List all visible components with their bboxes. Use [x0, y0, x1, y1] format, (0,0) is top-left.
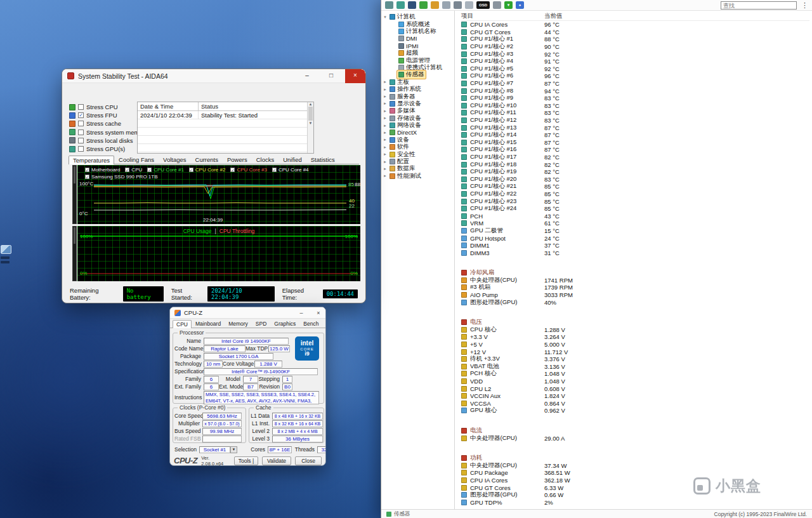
sensor-row[interactable]: CPU L20.608 V	[461, 385, 812, 392]
cpuz-tab-about[interactable]: About	[322, 319, 326, 328]
stability-test-titlebar[interactable]: System Stability Test - AIDA64 – □ ×	[62, 69, 365, 83]
sensor-row[interactable]: PCH43 °C	[461, 212, 812, 220]
close-button[interactable]: ×	[345, 69, 365, 83]
sensor-row[interactable]: 待机 +3.3V3.376 V	[461, 355, 812, 363]
log-row[interactable]: 2024/1/10 22:04:39 Stability Test: Start…	[138, 111, 307, 119]
sensor-row[interactable]: CPU #1/核心 #894 °C	[461, 87, 812, 95]
dropdown-arrow-icon[interactable]: ▼	[230, 446, 237, 453]
sensor-row[interactable]: 中央处理器(CPU)1741 RPM	[461, 277, 812, 284]
computer-monitor-icon[interactable]	[408, 1, 416, 9]
sensor-row[interactable]: CPU #1/核心 #1587 °C	[461, 139, 812, 147]
sensor-row[interactable]: VDD1.048 V	[461, 378, 812, 385]
tab-cooling-fans[interactable]: Cooling Fans	[114, 155, 159, 164]
cpuz-close-button[interactable]: ×	[311, 310, 325, 316]
sensor-row[interactable]: GPU 核心0.962 V	[461, 407, 812, 415]
legend-checkbox[interactable]: ✓	[125, 168, 129, 172]
checkbox[interactable]: ✓	[78, 112, 84, 118]
sensor-row[interactable]: +3.3 V3.264 V	[461, 333, 812, 341]
sensor-row[interactable]: CPU #1/核心 #592 °C	[461, 65, 812, 73]
sensor-row[interactable]: VRM61 °C	[461, 220, 812, 227]
tree-expand-arrow[interactable]: ▸	[383, 173, 388, 178]
search-input[interactable]	[721, 1, 797, 10]
sensor-row[interactable]: CPU #1/核心 #696 °C	[461, 72, 812, 80]
checkbox[interactable]	[78, 146, 84, 152]
desktop-shortcut-icon[interactable]	[1, 245, 13, 274]
sensor-row[interactable]: GPU Hotspot24 °C	[461, 234, 812, 242]
sensor-row[interactable]: CPU IA Cores96 °C	[461, 21, 812, 29]
update-download-icon[interactable]: ▼	[504, 1, 513, 9]
summary-panel-icon[interactable]	[442, 1, 450, 9]
sensor-row[interactable]: CPU #1/核心 #491 °C	[461, 58, 812, 65]
checkbox[interactable]	[78, 121, 84, 126]
sensor-row[interactable]: CPU #1/核心 #392 °C	[461, 50, 812, 58]
sensor-row[interactable]: CPU 核心1.288 V	[461, 326, 812, 334]
sensor-row[interactable]: 图形处理器(GPU)40%	[461, 298, 812, 306]
cpuz-close-footer-button[interactable]: Close	[295, 456, 322, 465]
cpuz-tab-memory[interactable]: Memory	[225, 319, 252, 328]
tab-currents[interactable]: Currents	[191, 155, 223, 164]
legend-checkbox[interactable]: ✓	[85, 175, 89, 179]
cpuz-tab-mainboard[interactable]: Mainboard	[192, 319, 225, 328]
stress-item[interactable]: Stress GPU(s)	[69, 145, 135, 153]
tree-expand-arrow[interactable]: ▸	[383, 109, 388, 114]
sensor-row[interactable]: CPU #1/核心 #1882 °C	[461, 161, 812, 168]
stress-item[interactable]: Stress local disks	[69, 136, 135, 145]
sensor-row[interactable]: GPU 二极管15 °C	[461, 227, 812, 235]
minimize-button[interactable]: –	[297, 69, 317, 83]
tree-expand-arrow[interactable]: ▸	[383, 166, 388, 171]
tree-expand-arrow[interactable]: ▸	[383, 94, 388, 99]
sensor-row[interactable]: #3 机箱1739 RPM	[461, 284, 812, 291]
sensor-row[interactable]: VCCIN Aux1.824 V	[461, 392, 812, 400]
sensor-row[interactable]: CPU #1/核心 #188 °C	[461, 36, 812, 43]
sensor-row[interactable]: +12 V11.712 V	[461, 348, 812, 355]
tree-expand-arrow[interactable]: ▸	[383, 123, 388, 128]
user-profile-icon[interactable]	[465, 1, 473, 9]
sensor-row[interactable]: DIMM137 °C	[461, 242, 812, 249]
maximize-button[interactable]: □	[321, 69, 341, 83]
tab-unified[interactable]: Unified	[278, 155, 306, 164]
tree-expand-arrow[interactable]: ▸	[383, 152, 388, 157]
tree-expand-arrow[interactable]: ▸	[383, 137, 388, 142]
sensor-row[interactable]: DIMM331 °C	[461, 249, 812, 256]
checkbox[interactable]	[78, 138, 84, 143]
checkbox[interactable]	[78, 130, 84, 135]
cpuz-tab-spd[interactable]: SPD	[252, 319, 270, 328]
tree-expand-arrow[interactable]: ▸	[383, 145, 388, 150]
tab-powers[interactable]: Powers	[223, 155, 252, 164]
tree-expand-arrow[interactable]: ▸	[383, 116, 388, 121]
legend-checkbox[interactable]: ✓	[230, 168, 235, 172]
sensor-row[interactable]: CPU #1/核心 #1782 °C	[461, 154, 812, 161]
log-col-datetime[interactable]: Date & Time	[138, 103, 198, 110]
sensor-row[interactable]: +5 V5.000 V	[461, 341, 812, 349]
sensor-row[interactable]: CPU #1/核心 #1687 °C	[461, 146, 812, 154]
sensor-row[interactable]: 中央处理器(CPU)29.00 A	[461, 434, 812, 442]
keyboard-lcd-icon[interactable]	[493, 1, 501, 9]
sensor-row[interactable]: 中央处理器(CPU)37.34 W	[461, 462, 812, 469]
report-icon[interactable]	[396, 1, 405, 9]
tree-expand-arrow[interactable]: ▸	[383, 101, 388, 106]
sensor-row[interactable]: CPU #1/核心 #290 °C	[461, 43, 812, 51]
socket-selector[interactable]: Socket #1 ▼	[199, 446, 237, 453]
benchmark-chart-icon[interactable]	[419, 1, 428, 9]
sensor-row[interactable]: CPU #1/核心 #1183 °C	[461, 109, 812, 117]
sensor-row[interactable]: CPU #1/核心 #2083 °C	[461, 175, 812, 183]
sensor-row[interactable]: CPU #1/核心 #2385 °C	[461, 197, 812, 205]
cpuz-tab-cpu[interactable]: CPU	[173, 320, 192, 328]
sensor-row[interactable]: PCH 核心1.048 V	[461, 370, 812, 378]
stress-item[interactable]: Stress system memory	[69, 128, 135, 136]
sensor-row[interactable]: CPU #1/核心 #1083 °C	[461, 102, 812, 110]
tools-button[interactable]: Tools |	[234, 456, 258, 465]
sensor-panel-icon[interactable]	[454, 1, 462, 9]
tree-expand-arrow[interactable]: ▸	[383, 130, 388, 135]
tab-statistics[interactable]: Statistics	[306, 155, 339, 164]
legend-checkbox[interactable]: ✓	[189, 168, 193, 172]
legend-checkbox[interactable]: ✓	[85, 168, 89, 172]
stress-item[interactable]: Stress CPU	[69, 103, 135, 111]
column-header-value[interactable]: 当前值	[544, 12, 563, 20]
favorites-icon[interactable]	[431, 1, 439, 9]
sensor-row[interactable]: CPU Package368.51 W	[461, 469, 812, 477]
sensor-row[interactable]: VCCSA0.864 V	[461, 400, 812, 408]
tab-clocks[interactable]: Clocks	[252, 155, 279, 164]
temp-graph-scrollbar[interactable]	[72, 165, 77, 224]
legend-checkbox[interactable]: ✓	[272, 168, 277, 172]
